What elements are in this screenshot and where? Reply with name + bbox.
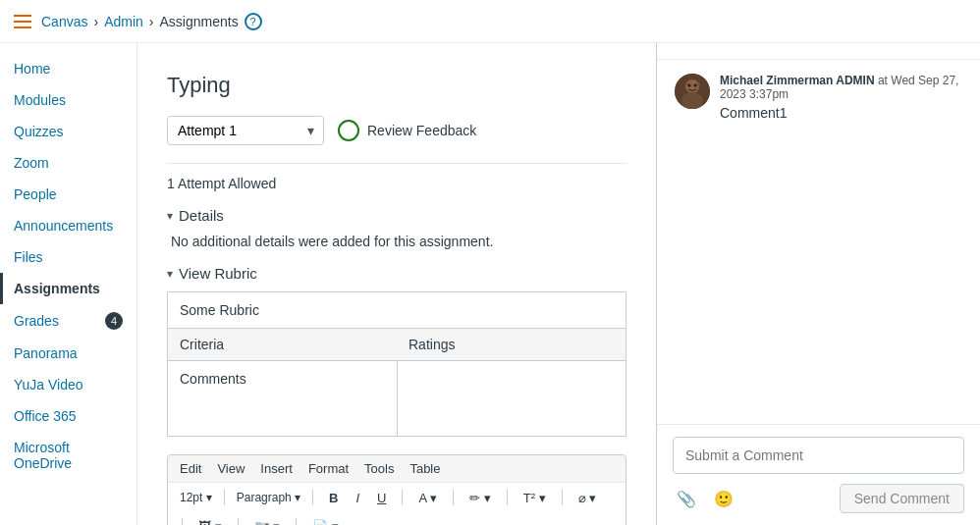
- editor-menu-edit[interactable]: Edit: [180, 461, 201, 476]
- svg-point-4: [688, 84, 691, 87]
- review-circle-icon: [338, 120, 359, 141]
- sidebar-item-assignments[interactable]: Assignments: [0, 273, 136, 304]
- sidebar-item-grades[interactable]: Grades 4: [0, 304, 136, 338]
- sidebar-item-quizzes[interactable]: Quizzes: [0, 116, 136, 147]
- breadcrumb-admin[interactable]: Admin: [104, 14, 143, 29]
- toolbar-font-color[interactable]: A ▾: [414, 489, 441, 507]
- editor-menu-tools[interactable]: Tools: [364, 461, 394, 476]
- rubric-col-criteria: Criteria: [168, 329, 398, 361]
- rubric-table: Some Rubric Criteria Ratings Comments: [167, 291, 626, 437]
- help-icon[interactable]: ?: [245, 13, 262, 30]
- table-row: Comments: [168, 361, 626, 397]
- review-feedback-label: Review Feedback: [367, 123, 476, 138]
- toolbar-sep-5: [507, 490, 508, 505]
- comment-item: Michael Zimmerman ADMIN at Wed Sep 27, 2…: [675, 74, 962, 121]
- submit-comment-input[interactable]: [673, 437, 964, 474]
- attachment-icon[interactable]: 📎: [673, 485, 700, 512]
- toolbar-italic[interactable]: I: [352, 489, 363, 507]
- details-header-label: Details: [179, 207, 224, 224]
- details-chevron-icon: ▾: [167, 209, 173, 223]
- avatar: [675, 74, 710, 109]
- toolbar-fontsize[interactable]: 12pt ▾: [180, 491, 212, 504]
- grades-badge: 4: [105, 312, 123, 330]
- editor-menu-format[interactable]: Format: [308, 461, 349, 476]
- editor-toolbar: 12pt ▾ Paragraph ▾ B I U A ▾ ✏ ▾ T² ▾ ⌀ …: [168, 483, 626, 526]
- toolbar-sep-8: [238, 518, 239, 525]
- comment-body: Michael Zimmerman ADMIN at Wed Sep 27, 2…: [720, 74, 962, 121]
- main-content: Typing Attempt 1 Attempt 2 Review Feedba…: [137, 0, 656, 525]
- sidebar-item-panorama[interactable]: Panorama: [0, 338, 136, 369]
- details-section-header[interactable]: ▾ Details: [167, 207, 626, 224]
- attempt-select-wrapper: Attempt 1 Attempt 2: [167, 116, 324, 145]
- table-row-empty: [168, 396, 626, 436]
- comment-text: Comment1: [720, 105, 962, 121]
- review-feedback-btn[interactable]: Review Feedback: [338, 120, 476, 141]
- sidebar-item-announcements[interactable]: Announcements: [0, 210, 136, 241]
- toolbar-sep-4: [453, 490, 454, 505]
- hamburger-menu[interactable]: [14, 15, 31, 28]
- rubric-ratings-cell: [397, 361, 626, 397]
- toolbar-sep-3: [402, 490, 403, 505]
- comment-meta: Michael Zimmerman ADMIN at Wed Sep 27, 2…: [720, 74, 962, 101]
- comment-area: Michael Zimmerman ADMIN at Wed Sep 27, 2…: [657, 60, 980, 424]
- rubric-section-header[interactable]: ▾ View Rubric: [167, 265, 626, 282]
- divider-1: [167, 163, 626, 164]
- toolbar-sep-6: [562, 490, 563, 505]
- rubric-chevron-icon: ▾: [167, 267, 173, 281]
- page-title: Typing: [167, 73, 626, 98]
- toolbar-link[interactable]: ⌀ ▾: [574, 489, 601, 507]
- attempt-select[interactable]: Attempt 1 Attempt 2: [167, 116, 324, 145]
- toolbar-media[interactable]: 📷 ▾: [250, 517, 285, 526]
- toolbar-bold[interactable]: B: [325, 489, 342, 507]
- footer-icons: 📎 🙂: [673, 485, 737, 512]
- details-text: No additional details were added for thi…: [167, 234, 626, 249]
- sidebar-item-yuja-video[interactable]: YuJa Video: [0, 369, 136, 400]
- toolbar-paragraph[interactable]: Paragraph ▾: [237, 491, 300, 504]
- toolbar-sep-7: [182, 518, 183, 525]
- breadcrumb-assignments: Assignments: [160, 14, 239, 29]
- sidebar-item-office-365[interactable]: Office 365: [0, 400, 136, 432]
- toolbar-image[interactable]: 🖼 ▾: [194, 517, 226, 526]
- toolbar-sep-9: [296, 518, 297, 525]
- sidebar-item-modules[interactable]: Modules: [0, 84, 136, 116]
- sidebar-item-microsoft-onedrive[interactable]: Microsoft OneDrive: [0, 432, 136, 479]
- attempt-bar: Attempt 1 Attempt 2 Review Feedback: [167, 116, 626, 145]
- toolbar-superscript[interactable]: T² ▾: [519, 489, 550, 507]
- panel-footer: 📎 🙂 Send Comment: [657, 424, 980, 525]
- toolbar-sep-1: [224, 490, 225, 505]
- editor-menu-view[interactable]: View: [217, 461, 245, 476]
- rubric-col-ratings: Ratings: [397, 329, 626, 361]
- sidebar-item-home[interactable]: Home: [0, 53, 136, 84]
- comment-author: Michael Zimmerman ADMIN: [720, 74, 875, 87]
- svg-point-3: [696, 83, 700, 86]
- sidebar-item-zoom[interactable]: Zoom: [0, 147, 136, 179]
- footer-actions: 📎 🙂 Send Comment: [673, 484, 964, 513]
- toolbar-document[interactable]: 📄 ▾: [308, 517, 343, 526]
- sidebar-item-people[interactable]: People: [0, 179, 136, 210]
- editor-menu-insert[interactable]: Insert: [260, 461, 293, 476]
- feedback-panel: Attempt 1 Feedback ×: [656, 0, 980, 525]
- rubric-title: Some Rubric: [168, 292, 626, 329]
- send-comment-button[interactable]: Send Comment: [840, 484, 964, 513]
- emoji-icon[interactable]: 🙂: [710, 485, 737, 512]
- breadcrumb: Canvas › Admin › Assignments ?: [41, 13, 262, 30]
- svg-point-5: [694, 84, 697, 87]
- breadcrumb-sep2: ›: [149, 14, 154, 29]
- toolbar-sep-2: [312, 490, 313, 505]
- rubric-criteria-cell: Comments: [168, 361, 398, 397]
- editor-menu-table[interactable]: Table: [409, 461, 440, 476]
- svg-point-2: [684, 83, 688, 86]
- sidebar: Home Modules Quizzes Zoom People Announc…: [0, 0, 137, 525]
- sidebar-item-files[interactable]: Files: [0, 241, 136, 273]
- toolbar-pen[interactable]: ✏ ▾: [465, 489, 495, 507]
- rubric-header-label: View Rubric: [179, 265, 257, 282]
- topbar: Canvas › Admin › Assignments ?: [0, 0, 980, 43]
- toolbar-underline[interactable]: U: [373, 489, 390, 507]
- editor-area: Edit View Insert Format Tools Table 12pt…: [167, 454, 626, 526]
- editor-menubar: Edit View Insert Format Tools Table: [168, 455, 626, 483]
- attempt-allowed: 1 Attempt Allowed: [167, 176, 626, 191]
- breadcrumb-canvas[interactable]: Canvas: [41, 14, 87, 29]
- breadcrumb-sep1: ›: [93, 14, 98, 29]
